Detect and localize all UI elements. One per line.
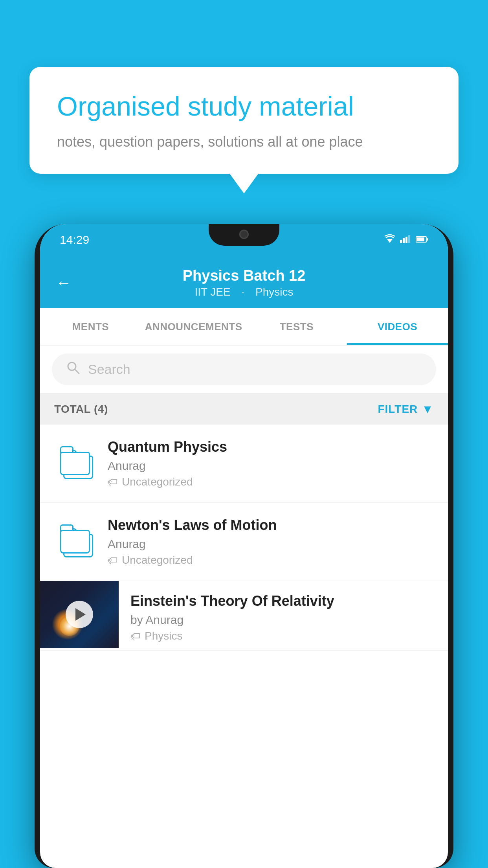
status-time: 14:29 <box>60 233 89 246</box>
list-item[interactable]: Quantum Physics Anurag 🏷 Uncategorized <box>40 425 448 503</box>
tag-icon: 🏷 <box>108 476 118 488</box>
tab-announcements[interactable]: ANNOUNCEMENTS <box>141 308 246 345</box>
svg-marker-0 <box>387 239 393 243</box>
status-icons <box>384 234 428 245</box>
tag-physics: Physics <box>255 286 293 298</box>
filter-button[interactable]: FILTER ▼ <box>378 403 434 416</box>
item-tag: 🏷 Uncategorized <box>108 476 434 488</box>
filter-icon: ▼ <box>422 403 434 416</box>
search-icon <box>66 360 80 378</box>
filter-label: FILTER <box>378 403 418 416</box>
folder-icon-container <box>54 448 101 479</box>
tab-assignments[interactable]: MENTS <box>40 308 141 345</box>
list-item-video[interactable]: Einstein's Theory Of Relativity by Anura… <box>40 581 448 651</box>
camera-icon <box>239 230 249 239</box>
tab-videos[interactable]: VIDEOS <box>347 308 448 345</box>
folder-stack-icon <box>60 526 95 557</box>
item-info: Einstein's Theory Of Relativity by Anura… <box>119 581 448 650</box>
speech-bubble-card: Organised study material notes, question… <box>29 67 459 174</box>
batch-subtitle: IIT JEE · Physics <box>183 286 306 298</box>
tag-iitjee: IIT JEE <box>194 286 230 298</box>
svg-rect-1 <box>400 240 402 243</box>
play-triangle-icon <box>75 608 86 621</box>
phone-frame: 14:29 <box>35 224 453 868</box>
header-title-block: Physics Batch 12 IIT JEE · Physics <box>183 267 306 298</box>
status-bar: 14:29 <box>40 224 448 256</box>
folder-body-front <box>60 452 90 475</box>
list-item[interactable]: Newton's Laws of Motion Anurag 🏷 Uncateg… <box>40 503 448 581</box>
svg-rect-7 <box>427 238 428 241</box>
svg-rect-4 <box>408 235 410 243</box>
tag-icon: 🏷 <box>130 630 141 642</box>
search-container: Search <box>40 346 448 394</box>
svg-rect-2 <box>403 238 405 243</box>
item-author: Anurag <box>108 459 434 473</box>
total-count: TOTAL (4) <box>54 403 108 416</box>
tab-tests[interactable]: TESTS <box>246 308 347 345</box>
search-bar[interactable]: Search <box>52 353 436 385</box>
bubble-title: Organised study material <box>57 90 431 123</box>
svg-line-9 <box>75 370 79 373</box>
folder-stack-icon <box>60 448 95 479</box>
bubble-subtitle: notes, question papers, solutions all at… <box>57 134 431 150</box>
item-title: Quantum Physics <box>108 439 434 455</box>
tag-separator: · <box>242 286 245 298</box>
search-placeholder: Search <box>88 362 130 377</box>
signal-icon <box>400 234 411 245</box>
item-info: Quantum Physics Anurag 🏷 Uncategorized <box>101 439 434 488</box>
back-button[interactable]: ← <box>56 274 72 292</box>
tag-label: Physics <box>145 630 182 642</box>
item-author: Anurag <box>108 537 434 551</box>
batch-title: Physics Batch 12 <box>183 267 306 284</box>
svg-rect-6 <box>416 237 424 241</box>
play-button[interactable] <box>66 601 93 628</box>
folder-body-front <box>60 530 90 554</box>
battery-icon <box>416 234 428 245</box>
tag-icon: 🏷 <box>108 554 118 566</box>
item-tag: 🏷 Physics <box>130 630 436 642</box>
folder-icon-container <box>54 526 101 557</box>
phone-notch <box>209 224 279 246</box>
tag-label: Uncategorized <box>122 476 193 488</box>
item-tag: 🏷 Uncategorized <box>108 554 434 566</box>
item-author: by Anurag <box>130 613 436 627</box>
wifi-icon <box>384 234 395 245</box>
tabs-bar: MENTS ANNOUNCEMENTS TESTS VIDEOS <box>40 308 448 346</box>
video-thumbnail <box>40 581 119 648</box>
item-title: Newton's Laws of Motion <box>108 517 434 533</box>
filter-bar: TOTAL (4) FILTER ▼ <box>40 394 448 425</box>
svg-rect-3 <box>405 237 407 243</box>
tag-label: Uncategorized <box>122 554 193 566</box>
item-info: Newton's Laws of Motion Anurag 🏷 Uncateg… <box>101 517 434 566</box>
phone-screen: 14:29 <box>40 224 448 868</box>
item-title: Einstein's Theory Of Relativity <box>130 593 436 609</box>
app-header: ← Physics Batch 12 IIT JEE · Physics <box>40 256 448 308</box>
